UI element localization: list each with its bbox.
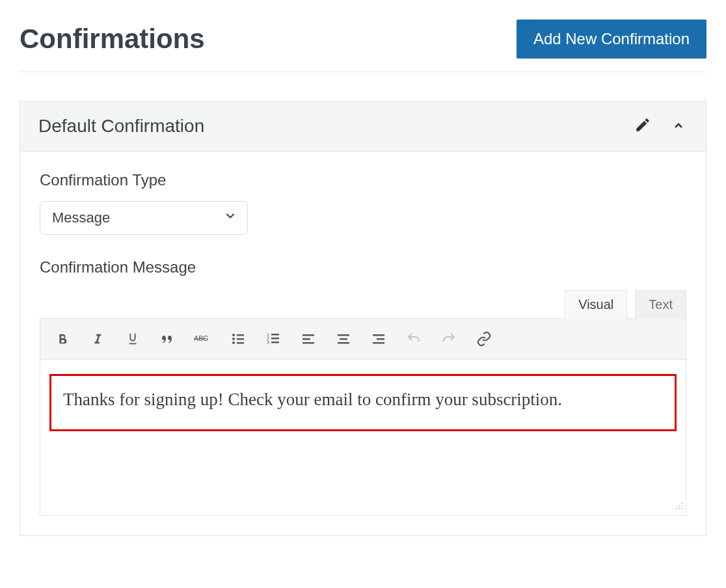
svg-rect-14 — [302, 338, 310, 340]
panel-title: Default Confirmation — [38, 116, 204, 137]
svg-point-1 — [232, 334, 235, 336]
svg-rect-10 — [271, 338, 279, 340]
confirmation-panel: Default Confirmation Confirmation Type M… — [20, 101, 706, 536]
svg-rect-16 — [338, 334, 349, 336]
svg-point-22 — [681, 503, 682, 504]
confirmation-type-label: Confirmation Type — [40, 171, 686, 189]
chevron-up-icon[interactable] — [669, 116, 688, 137]
svg-point-3 — [232, 338, 235, 340]
svg-point-27 — [681, 508, 682, 509]
bold-icon[interactable] — [46, 325, 79, 353]
svg-text:3: 3 — [267, 340, 269, 345]
confirmation-type-select[interactable]: Message — [40, 201, 248, 235]
tab-text[interactable]: Text — [635, 290, 686, 319]
svg-rect-4 — [237, 338, 244, 340]
redo-icon[interactable] — [432, 325, 466, 353]
svg-point-26 — [679, 508, 680, 509]
svg-rect-2 — [237, 334, 244, 336]
svg-rect-13 — [302, 334, 314, 336]
svg-rect-21 — [373, 342, 384, 344]
editor-content-area[interactable]: Thanks for signing up! Check your email … — [40, 360, 686, 516]
link-icon[interactable] — [467, 325, 501, 353]
svg-point-24 — [681, 505, 682, 507]
svg-point-23 — [679, 505, 680, 507]
numbered-list-icon[interactable]: 123 — [256, 325, 290, 353]
undo-icon[interactable] — [397, 325, 431, 353]
svg-rect-19 — [373, 334, 384, 336]
confirmation-message-label: Confirmation Message — [40, 258, 686, 276]
strikethrough-icon[interactable]: ABC — [186, 325, 220, 353]
align-center-icon[interactable] — [327, 325, 360, 353]
svg-text:ABC: ABC — [194, 334, 208, 342]
svg-rect-15 — [302, 342, 314, 344]
svg-rect-20 — [377, 338, 384, 340]
align-left-icon[interactable] — [291, 325, 325, 353]
edit-icon[interactable] — [634, 116, 651, 136]
tab-visual[interactable]: Visual — [565, 290, 627, 319]
svg-rect-12 — [271, 341, 279, 343]
svg-rect-8 — [271, 334, 279, 336]
underline-icon[interactable] — [116, 325, 150, 353]
page-title: Confirmations — [20, 23, 205, 55]
svg-rect-6 — [237, 342, 244, 344]
bullet-list-icon[interactable] — [221, 325, 255, 353]
italic-icon[interactable] — [81, 325, 114, 353]
resize-handle-icon[interactable] — [674, 501, 683, 513]
svg-rect-18 — [338, 342, 349, 344]
panel-header: Default Confirmation — [20, 101, 706, 152]
blockquote-icon[interactable] — [151, 325, 185, 353]
svg-rect-17 — [340, 338, 347, 340]
confirmation-type-value: Message — [52, 209, 110, 226]
align-right-icon[interactable] — [362, 325, 396, 353]
editor-toolbar: ABC 123 — [40, 318, 686, 360]
chevron-down-icon — [224, 209, 237, 226]
svg-point-5 — [232, 341, 235, 344]
editor-text[interactable]: Thanks for signing up! Check your email … — [49, 374, 677, 431]
add-new-confirmation-button[interactable]: Add New Confirmation — [517, 20, 706, 59]
svg-point-25 — [676, 508, 677, 509]
